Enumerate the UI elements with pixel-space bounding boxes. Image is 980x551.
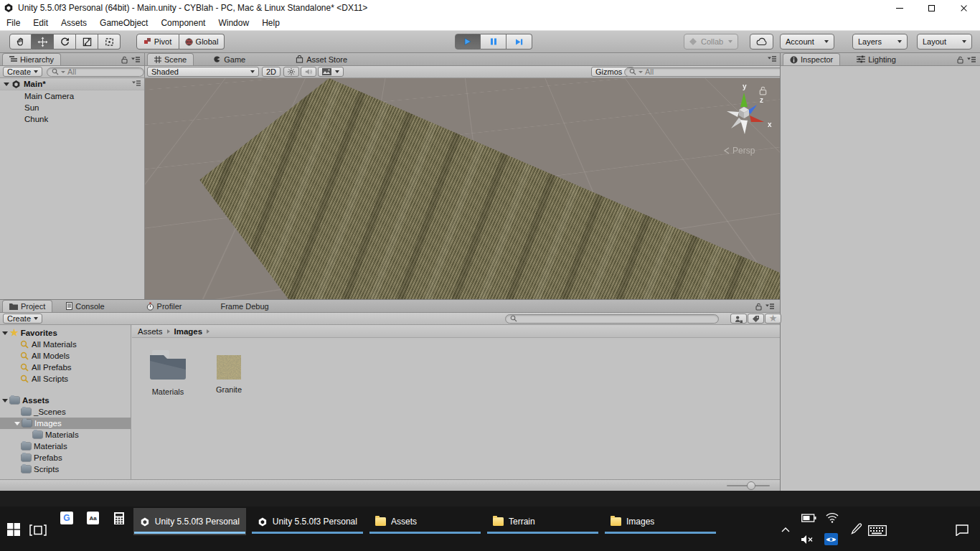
hand-tool-button[interactable] <box>9 34 32 50</box>
wifi-tray-icon[interactable] <box>825 512 839 523</box>
tree-item-images-materials[interactable]: Materials <box>0 429 131 441</box>
favorite-all-prefabs[interactable]: All Prefabs <box>0 362 131 373</box>
lock-icon[interactable] <box>957 56 963 64</box>
menu-component[interactable]: Component <box>154 18 212 28</box>
calculator-pinned-icon[interactable] <box>113 511 126 525</box>
tray-expand-button[interactable] <box>779 524 792 534</box>
expand-arrow-icon[interactable] <box>2 331 8 335</box>
start-button[interactable] <box>6 522 22 537</box>
thumbnail-zoom-slider[interactable] <box>727 485 770 486</box>
collab-dropdown[interactable]: Collab <box>684 34 738 50</box>
shading-mode-dropdown[interactable]: Shaded <box>147 67 259 77</box>
tab-game[interactable]: Game <box>207 53 252 65</box>
menu-file[interactable]: File <box>0 18 27 28</box>
tab-asset-store[interactable]: Asset Store <box>289 53 354 65</box>
layers-dropdown[interactable]: Layers <box>852 34 908 50</box>
hierarchy-create-button[interactable]: Create <box>3 67 42 77</box>
tree-item-scenes[interactable]: _Scenes <box>0 406 131 418</box>
taskbar-window-unity-2[interactable]: Unity 5.5.0f3 Personal... <box>251 508 364 535</box>
pivot-toggle-button[interactable]: Pivot <box>136 34 179 50</box>
asset-folder-materials[interactable]: Materials <box>145 348 191 396</box>
scale-tool-button[interactable] <box>76 34 98 50</box>
taskbar-window-images[interactable]: Images <box>604 508 717 535</box>
cloud-button[interactable] <box>750 34 773 50</box>
menu-help[interactable]: Help <box>255 18 286 28</box>
favorites-header[interactable]: ★ Favorites <box>0 327 131 339</box>
taskbar-window-assets[interactable]: Assets <box>369 508 481 535</box>
tab-profiler[interactable]: Profiler <box>140 300 189 312</box>
lighting-toggle-button[interactable] <box>283 67 299 77</box>
tab-project[interactable]: Project <box>2 300 52 312</box>
pen-tray-icon[interactable] <box>850 522 863 537</box>
eyecare-tray-icon[interactable] <box>824 533 838 545</box>
project-create-button[interactable]: Create <box>3 314 42 324</box>
favorite-all-models[interactable]: All Models <box>0 350 131 362</box>
pause-button[interactable] <box>481 34 507 50</box>
hierarchy-item-main-camera[interactable]: Main Camera <box>0 90 144 102</box>
touch-keyboard-tray-icon[interactable] <box>867 524 887 536</box>
audio-toggle-button[interactable] <box>301 67 316 77</box>
rotate-tool-button[interactable] <box>54 34 76 50</box>
tab-frame-debug[interactable]: Frame Debug <box>214 300 275 312</box>
hierarchy-search-input[interactable]: All <box>47 67 144 77</box>
tab-hierarchy[interactable]: Hierarchy <box>2 53 61 65</box>
assets-root-row[interactable]: Assets <box>0 395 131 406</box>
search-by-type-button[interactable] <box>730 314 747 324</box>
lock-icon[interactable] <box>755 303 762 311</box>
asset-texture-granite[interactable]: Granite <box>206 355 252 394</box>
breadcrumb-root[interactable]: Assets <box>138 327 163 336</box>
hierarchy-scene-row[interactable]: Main* <box>0 78 144 90</box>
panel-menu-icon[interactable] <box>768 56 776 63</box>
tree-item-materials[interactable]: Materials <box>0 441 131 452</box>
taskbar-window-terrain[interactable]: Terrain <box>486 508 599 535</box>
lock-icon[interactable] <box>121 56 128 64</box>
projection-toggle[interactable]: Persp <box>723 146 755 156</box>
move-tool-button[interactable] <box>32 34 54 50</box>
task-view-button[interactable] <box>29 524 47 537</box>
tree-item-prefabs[interactable]: Prefabs <box>0 452 131 463</box>
maximize-button[interactable] <box>915 0 948 16</box>
layout-dropdown[interactable]: Layout <box>917 34 972 50</box>
taskbar-window-unity-1[interactable]: Unity 5.5.0f3 Personal... <box>133 508 246 535</box>
global-toggle-button[interactable]: Global <box>179 34 225 50</box>
expand-arrow-icon[interactable] <box>14 422 20 425</box>
2d-toggle-button[interactable]: 2D <box>262 67 281 77</box>
search-by-label-button[interactable] <box>748 314 764 324</box>
menu-window[interactable]: Window <box>212 18 255 28</box>
chrome-pinned-icon[interactable]: G <box>60 512 73 524</box>
scene-viewport[interactable]: y z x Persp <box>145 78 780 299</box>
action-center-button[interactable] <box>954 524 970 537</box>
hierarchy-item-sun[interactable]: Sun <box>0 102 144 113</box>
breadcrumb-current[interactable]: Images <box>174 327 203 336</box>
favorites-filter-button[interactable]: ★ <box>765 314 781 324</box>
panel-menu-icon[interactable] <box>131 57 140 64</box>
scene-menu-icon[interactable] <box>132 80 141 88</box>
close-button[interactable] <box>948 0 980 16</box>
favorite-all-scripts[interactable]: All Scripts <box>0 373 131 385</box>
account-dropdown[interactable]: Account <box>780 34 834 50</box>
favorite-all-materials[interactable]: All Materials <box>0 339 131 350</box>
dictionary-pinned-icon[interactable]: Aa <box>87 512 99 524</box>
menu-edit[interactable]: Edit <box>27 18 55 28</box>
panel-menu-icon[interactable] <box>967 57 976 64</box>
play-button[interactable] <box>455 34 481 50</box>
slider-knob[interactable] <box>747 481 755 490</box>
project-search-input[interactable] <box>505 314 719 324</box>
menu-assets[interactable]: Assets <box>55 18 93 28</box>
tree-item-scripts[interactable]: Scripts <box>0 463 131 475</box>
hierarchy-item-chunk[interactable]: Chunk <box>0 113 144 125</box>
panel-menu-icon[interactable] <box>765 303 774 311</box>
expand-arrow-icon[interactable] <box>4 83 9 86</box>
minimize-button[interactable] <box>883 0 915 16</box>
expand-arrow-icon[interactable] <box>2 399 8 402</box>
tab-console[interactable]: Console <box>60 300 110 312</box>
volume-muted-tray-icon[interactable] <box>800 534 814 545</box>
tree-item-images[interactable]: Images <box>0 418 131 429</box>
rect-tool-button[interactable] <box>98 34 121 50</box>
battery-tray-icon[interactable] <box>801 513 816 522</box>
effects-dropdown[interactable] <box>318 67 344 77</box>
step-button[interactable] <box>507 34 532 50</box>
tab-lighting[interactable]: Lighting <box>850 53 903 65</box>
tab-scene[interactable]: Scene <box>147 53 194 65</box>
tab-inspector[interactable]: Inspector <box>783 53 840 65</box>
